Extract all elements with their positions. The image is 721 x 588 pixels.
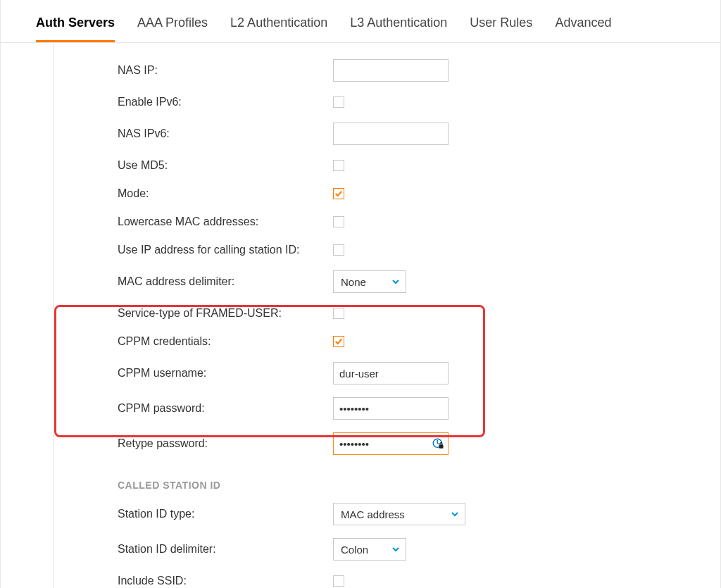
row-station-id-type: Station ID type: MAC address: [118, 496, 720, 532]
cppm-password-input[interactable]: [333, 397, 449, 420]
include-ssid-checkbox[interactable]: [333, 575, 344, 587]
lowercase-mac-checkbox[interactable]: [333, 216, 344, 227]
cppm-username-input[interactable]: [333, 362, 449, 384]
row-cppm-username: CPPM username:: [118, 356, 720, 391]
service-type-framed-checkbox[interactable]: [333, 308, 344, 319]
nas-ipv6-input[interactable]: [333, 123, 449, 145]
row-mac-delimiter: MAC address delimiter: None: [118, 264, 720, 299]
chevron-down-icon: [391, 277, 400, 286]
label-lowercase-mac: Lowercase MAC addresses:: [118, 215, 333, 228]
vertical-divider: [53, 43, 54, 588]
row-retype-password: Retype password:: [118, 426, 720, 461]
label-service-type-framed: Service-type of FRAMED-USER:: [118, 307, 333, 320]
label-include-ssid: Include SSID:: [118, 575, 333, 587]
station-id-delimiter-value: Colon: [341, 544, 368, 556]
label-mode: Mode:: [118, 187, 333, 200]
mac-delimiter-select[interactable]: None: [333, 270, 406, 293]
row-include-ssid: Include SSID:: [118, 567, 720, 588]
mac-delimiter-value: None: [341, 276, 366, 288]
password-manager-icon[interactable]: [432, 437, 444, 450]
label-retype-password: Retype password:: [118, 437, 333, 450]
cppm-credentials-checkbox[interactable]: [333, 336, 344, 347]
label-cppm-username: CPPM username:: [118, 367, 333, 380]
label-cppm-password: CPPM password:: [118, 402, 333, 415]
row-service-type-framed: Service-type of FRAMED-USER:: [118, 299, 720, 327]
row-mode: Mode:: [118, 180, 720, 208]
row-enable-ipv6: Enable IPv6:: [118, 88, 720, 116]
label-cppm-credentials: CPPM credentials:: [118, 335, 333, 348]
station-id-delimiter-select[interactable]: Colon: [333, 538, 406, 561]
row-station-id-delimiter: Station ID delimiter: Colon: [118, 532, 720, 567]
label-station-id-delimiter: Station ID delimiter:: [118, 543, 333, 556]
row-cppm-password: CPPM password:: [118, 391, 720, 426]
form-area: NAS IP: Enable IPv6: NAS IPv6:: [53, 43, 720, 588]
chevron-down-icon: [391, 545, 400, 553]
enable-ipv6-checkbox[interactable]: [333, 96, 344, 108]
tab-l3-authentication[interactable]: L3 Authentication: [350, 15, 447, 42]
nas-ip-input[interactable]: [333, 59, 449, 82]
tab-l2-authentication[interactable]: L2 Authentication: [230, 15, 327, 42]
settings-page: Auth Servers AAA Profiles L2 Authenticat…: [0, 0, 721, 588]
row-use-md5: Use MD5:: [118, 151, 720, 180]
row-cppm-credentials: CPPM credentials:: [118, 327, 720, 356]
content-wrapper: NAS IP: Enable IPv6: NAS IPv6:: [1, 43, 720, 588]
tab-aaa-profiles[interactable]: AAA Profiles: [137, 15, 208, 42]
use-ip-calling-station-checkbox[interactable]: [333, 244, 344, 256]
tab-user-rules[interactable]: User Rules: [470, 15, 532, 42]
label-nas-ipv6: NAS IPv6:: [118, 127, 333, 140]
label-station-id-type: Station ID type:: [118, 508, 333, 520]
tab-advanced[interactable]: Advanced: [555, 15, 611, 42]
station-id-type-select[interactable]: MAC address: [333, 503, 465, 525]
label-mac-delimiter: MAC address delimiter:: [118, 275, 333, 288]
label-use-md5: Use MD5:: [118, 159, 333, 172]
label-enable-ipv6: Enable IPv6:: [118, 96, 333, 108]
chevron-down-icon: [451, 510, 459, 518]
station-id-type-value: MAC address: [341, 508, 405, 520]
svg-rect-1: [439, 445, 444, 449]
label-nas-ip: NAS IP:: [118, 64, 333, 77]
tab-auth-servers[interactable]: Auth Servers: [36, 15, 115, 42]
row-nas-ipv6: NAS IPv6:: [118, 116, 720, 151]
use-md5-checkbox[interactable]: [333, 160, 344, 171]
row-use-ip-calling-station: Use IP address for calling station ID:: [118, 236, 720, 264]
tab-bar: Auth Servers AAA Profiles L2 Authenticat…: [1, 0, 720, 43]
mode-checkbox[interactable]: [333, 188, 344, 199]
label-use-ip-calling-station: Use IP address for calling station ID:: [118, 244, 333, 256]
row-nas-ip: NAS IP:: [118, 53, 720, 88]
row-lowercase-mac: Lowercase MAC addresses:: [118, 208, 720, 236]
section-title-called-station-id: CALLED STATION ID: [118, 480, 720, 491]
